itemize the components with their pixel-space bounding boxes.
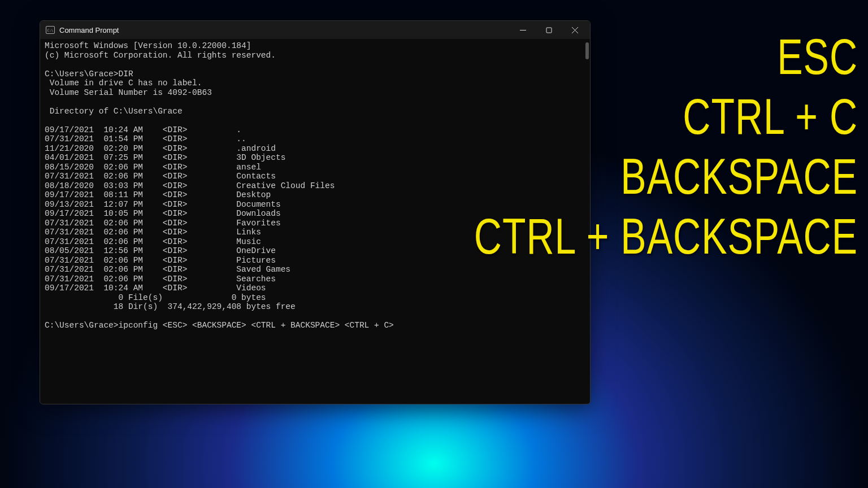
cmd-icon [46, 26, 55, 34]
overlay-esc: ESC [777, 32, 858, 81]
overlay-ctrl-backspace: CTRL + BACKSPACE [474, 211, 858, 261]
window-title: Command Prompt [59, 26, 510, 34]
overlay-backspace: BACKSPACE [620, 151, 858, 201]
shortcut-overlay: ESC CTRL + C BACKSPACE CTRL + BACKSPACE [474, 32, 858, 261]
overlay-ctrl-c: CTRL + C [683, 91, 858, 141]
